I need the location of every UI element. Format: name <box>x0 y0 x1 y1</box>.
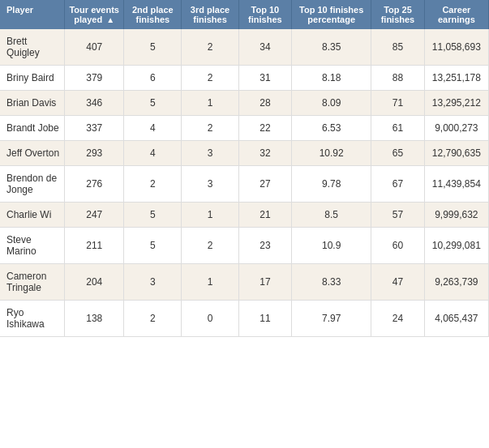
cell-top25: 85 <box>371 29 425 66</box>
cell-tour_events: 379 <box>65 66 124 91</box>
table-row: Brian Davis34651288.097113,295,212 <box>0 91 489 116</box>
cell-third_place: 2 <box>182 116 238 141</box>
cell-top25: 65 <box>371 141 425 166</box>
cell-career: 12,790,635 <box>424 141 488 166</box>
cell-career: 10,299,081 <box>424 228 488 264</box>
col-header-third-place: 3rd place finishes <box>182 0 238 29</box>
cell-second_place: 4 <box>124 141 182 166</box>
table-row: Brendon de Jonge27623279.786711,439,854 <box>0 166 489 203</box>
table-row: Brett Quigley40752348.358511,058,693 <box>0 29 489 66</box>
cell-career: 13,295,212 <box>424 91 488 116</box>
cell-career: 11,058,693 <box>424 29 488 66</box>
cell-second_place: 5 <box>124 228 182 264</box>
cell-tour_events: 337 <box>65 116 124 141</box>
cell-top10: 11 <box>238 301 292 337</box>
cell-second_place: 5 <box>124 91 182 116</box>
cell-top25: 88 <box>371 66 425 91</box>
col-header-second-place: 2nd place finishes <box>124 0 182 29</box>
cell-player: Charlie Wi <box>0 203 65 228</box>
cell-tour_events: 346 <box>65 91 124 116</box>
cell-top25: 60 <box>371 228 425 264</box>
cell-third_place: 1 <box>182 91 238 116</box>
cell-top25: 57 <box>371 203 425 228</box>
cell-career: 9,263,739 <box>424 264 488 301</box>
cell-tour_events: 204 <box>65 264 124 301</box>
cell-third_place: 2 <box>182 29 238 66</box>
cell-top25: 61 <box>371 116 425 141</box>
cell-player: Brandt Jobe <box>0 116 65 141</box>
cell-third_place: 2 <box>182 66 238 91</box>
cell-player: Brendon de Jonge <box>0 166 65 203</box>
cell-top25: 24 <box>371 301 425 337</box>
cell-second_place: 5 <box>124 29 182 66</box>
cell-career: 9,999,632 <box>424 203 488 228</box>
cell-third_place: 3 <box>182 166 238 203</box>
cell-third_place: 1 <box>182 264 238 301</box>
table-row: Jeff Overton293433210.926512,790,635 <box>0 141 489 166</box>
cell-top10_pct: 7.97 <box>292 301 371 337</box>
cell-top10_pct: 9.78 <box>292 166 371 203</box>
cell-player: Ryo Ishikawa <box>0 301 65 337</box>
cell-top10: 23 <box>238 228 292 264</box>
cell-top10: 34 <box>238 29 292 66</box>
cell-tour_events: 293 <box>65 141 124 166</box>
table-row: Cameron Tringale20431178.33479,263,739 <box>0 264 489 301</box>
cell-career: 9,000,273 <box>424 116 488 141</box>
col-header-top25: Top 25 finishes <box>371 0 425 29</box>
cell-third_place: 0 <box>182 301 238 337</box>
cell-top10: 21 <box>238 203 292 228</box>
cell-second_place: 3 <box>124 264 182 301</box>
col-header-tour-events[interactable]: Tour events played ▲ <box>65 0 124 29</box>
cell-second_place: 2 <box>124 301 182 337</box>
cell-top10_pct: 8.35 <box>292 29 371 66</box>
table-row: Steve Marino211522310.96010,299,081 <box>0 228 489 264</box>
cell-second_place: 2 <box>124 166 182 203</box>
cell-top25: 47 <box>371 264 425 301</box>
cell-career: 13,251,178 <box>424 66 488 91</box>
table-row: Briny Baird37962318.188813,251,178 <box>0 66 489 91</box>
cell-tour_events: 247 <box>65 203 124 228</box>
header-row: Player Tour events played ▲ 2nd place fi… <box>0 0 489 29</box>
cell-top10_pct: 8.09 <box>292 91 371 116</box>
cell-top25: 67 <box>371 166 425 203</box>
cell-third_place: 2 <box>182 228 238 264</box>
cell-player: Cameron Tringale <box>0 264 65 301</box>
cell-top10: 17 <box>238 264 292 301</box>
col-header-top10-pct: Top 10 finishes percentage <box>292 0 371 29</box>
cell-top10: 32 <box>238 141 292 166</box>
cell-player: Brian Davis <box>0 91 65 116</box>
sort-asc-icon: ▲ <box>106 15 114 24</box>
col-header-player: Player <box>0 0 65 29</box>
cell-third_place: 1 <box>182 203 238 228</box>
cell-tour_events: 407 <box>65 29 124 66</box>
cell-top10_pct: 8.18 <box>292 66 371 91</box>
cell-player: Jeff Overton <box>0 141 65 166</box>
col-header-top10: Top 10 finishes <box>238 0 292 29</box>
cell-third_place: 3 <box>182 141 238 166</box>
cell-top10_pct: 6.53 <box>292 116 371 141</box>
stats-table: Player Tour events played ▲ 2nd place fi… <box>0 0 489 337</box>
cell-player: Briny Baird <box>0 66 65 91</box>
cell-top10: 28 <box>238 91 292 116</box>
table-row: Ryo Ishikawa13820117.97244,065,437 <box>0 301 489 337</box>
cell-tour_events: 276 <box>65 166 124 203</box>
cell-career: 11,439,854 <box>424 166 488 203</box>
cell-second_place: 5 <box>124 203 182 228</box>
cell-top10: 22 <box>238 116 292 141</box>
cell-top10: 27 <box>238 166 292 203</box>
cell-top10_pct: 8.33 <box>292 264 371 301</box>
cell-top10_pct: 8.5 <box>292 203 371 228</box>
table-row: Brandt Jobe33742226.53619,000,273 <box>0 116 489 141</box>
cell-tour_events: 138 <box>65 301 124 337</box>
cell-player: Steve Marino <box>0 228 65 264</box>
cell-career: 4,065,437 <box>424 301 488 337</box>
cell-top10_pct: 10.92 <box>292 141 371 166</box>
cell-tour_events: 211 <box>65 228 124 264</box>
cell-second_place: 6 <box>124 66 182 91</box>
col-header-career: Career earnings <box>424 0 488 29</box>
cell-player: Brett Quigley <box>0 29 65 66</box>
table-row: Charlie Wi24751218.5579,999,632 <box>0 203 489 228</box>
cell-second_place: 4 <box>124 116 182 141</box>
cell-top25: 71 <box>371 91 425 116</box>
cell-top10_pct: 10.9 <box>292 228 371 264</box>
